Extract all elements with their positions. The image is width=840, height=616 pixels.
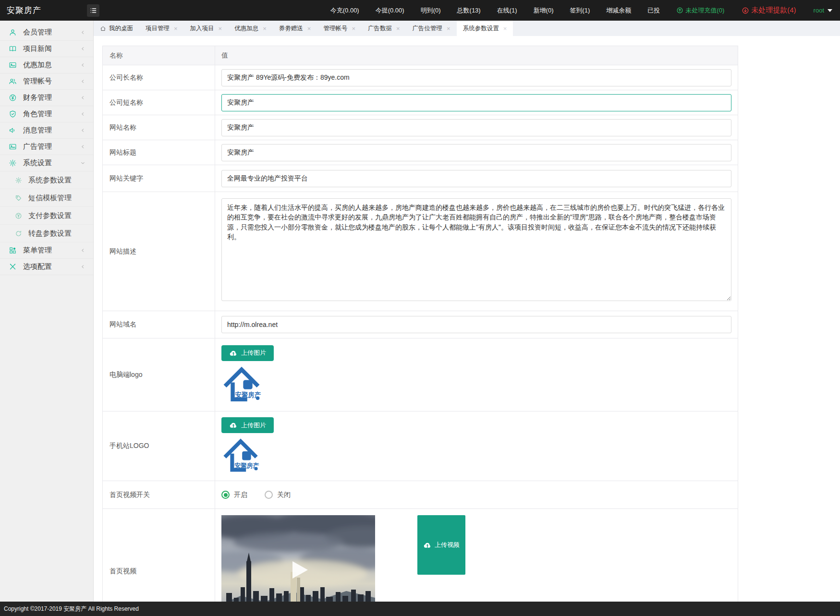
close-icon[interactable]: × [447,25,450,32]
sidebar-item-finance[interactable]: 财务管理 [0,90,93,106]
row-home-video: 首页视频 [103,509,738,616]
site-title-input[interactable] [221,144,731,161]
close-icon[interactable]: × [219,25,222,32]
tab-my-desktop[interactable]: 我的桌面 [94,21,139,36]
close-icon[interactable]: × [396,25,400,32]
row-site-name: 网站名称 [103,115,738,140]
speaker-icon [9,126,17,134]
sidebar-item-members[interactable]: 会员管理 [0,24,93,41]
close-icon[interactable]: × [307,25,311,32]
close-icon[interactable]: × [174,25,178,32]
sidebar-item-project-news[interactable]: 项目新闻 [0,41,93,57]
row-home-video-switch: 首页视频开关 开启 关闭 [103,481,738,509]
sidebar-item-options-config[interactable]: 选项配置 [0,259,93,275]
radio-unselected-icon [265,491,273,499]
sidebar-item-system-settings[interactable]: 系统设置 [0,155,93,171]
stat-total[interactable]: 总数(13) [457,6,481,15]
stat-signin[interactable]: 签到(1) [570,6,590,15]
sidebar-item-ads[interactable]: 广告管理 [0,139,93,155]
radio-selected-icon [221,491,230,499]
sidebar-item-admin-accounts[interactable]: 管理帐号 [0,73,93,90]
chevron-left-icon [80,62,86,68]
tab-discount-interest[interactable]: 优惠加息× [228,21,273,36]
upload-video-button[interactable]: 上传视频 [417,515,465,575]
list-menu-icon [89,7,97,14]
settings-table: 名称 值 公司长名称 公司短名称 网站名称 网站标题 [102,46,738,616]
tab-ad-data[interactable]: 广告数据× [362,21,406,36]
tab-project-manage[interactable]: 项目管理× [139,21,184,36]
upload-image-button[interactable]: 上传图片 [221,417,274,433]
tab-admin-accounts[interactable]: 管理帐号× [317,21,362,36]
pending-recharge-link[interactable]: 未处理充值(0) [676,6,724,15]
sidebar-subitem-sms-template[interactable]: 短信模板管理 [0,189,93,207]
sidebar-subitem-wheel-params[interactable]: 转盘参数设置 [0,225,93,242]
tag-icon [15,194,22,202]
image-icon [9,143,17,151]
company-short-name-input[interactable] [221,94,731,111]
topbar: 安聚房产 今充(0.00) 今提(0.00) 明到(0) 总数(13) 在线(1… [0,0,840,21]
site-description-textarea[interactable]: 近年来，随着人们生活水平的提高，买房的人越来越多，房地产商建造的楼盘也越来越多，… [221,198,731,301]
close-icon[interactable]: × [352,25,355,32]
chevron-left-icon [80,46,86,52]
arrow-up-circle-icon [676,7,683,14]
gear-icon [9,159,17,167]
users-icon [9,77,17,85]
stat-invested[interactable]: 已投 [647,6,660,15]
chevron-left-icon [80,78,86,85]
stat-adjust-balance[interactable]: 增减余额 [606,6,631,15]
refresh-icon [15,230,22,237]
radio-video-off[interactable]: 关闭 [265,491,291,499]
stat-online[interactable]: 在线(1) [497,6,517,15]
chevron-left-icon [80,29,86,36]
row-site-description: 网站描述 近年来，随着人们生活水平的提高，买房的人越来越多，房地产商建造的楼盘也… [103,192,738,311]
yen-circle-icon [15,212,22,219]
radio-video-on[interactable]: 开启 [221,491,247,499]
site-domain-input[interactable] [221,316,731,333]
sidebar-item-discount-interest[interactable]: 优惠加息 [0,57,93,73]
close-icon[interactable]: × [263,25,267,32]
chevron-left-icon [80,111,86,117]
tab-system-params[interactable]: 系统参数设置× [457,21,513,36]
sidebar-subitem-payment-params[interactable]: 支付参数设置 [0,207,93,225]
company-long-name-input[interactable] [221,69,731,86]
news-icon [9,45,17,53]
mobile-logo-image: 安聚房产 [221,437,260,475]
image-icon [9,61,17,69]
site-name-input[interactable] [221,119,731,136]
pending-withdraw-link[interactable]: 未处理提款(4) [742,6,796,15]
sidebar-item-menu-manage[interactable]: 菜单管理 [0,242,93,259]
brand-logo: 安聚房产 [0,5,80,16]
chevron-down-icon [80,160,86,166]
tab-coupon-gift[interactable]: 券劵赠送× [273,21,317,36]
user-icon [9,28,17,36]
stat-due-tomorrow[interactable]: 明到(0) [421,6,441,15]
sidebar-item-roles[interactable]: 角色管理 [0,106,93,122]
stat-today-recharge[interactable]: 今充(0.00) [330,6,359,15]
row-site-title: 网站标题 [103,140,738,165]
settings-page: 名称 值 公司长名称 公司短名称 网站名称 网站标题 [94,36,840,616]
stat-new[interactable]: 新增(0) [534,6,554,15]
table-header-row: 名称 值 [103,46,738,65]
chevron-left-icon [80,144,86,150]
cloud-upload-icon [229,422,238,429]
upload-image-button[interactable]: 上传图片 [221,345,274,361]
footer: Copyright ©2017-2019 安聚房产 All Rights Res… [0,602,840,616]
stat-today-withdraw[interactable]: 今提(0.00) [376,6,404,15]
user-menu[interactable]: root [814,7,832,14]
sidebar-toggle-button[interactable] [87,4,99,17]
grid-icon [9,246,17,254]
shield-check-icon [9,110,17,118]
row-site-keywords: 网站关键字 [103,165,738,192]
copyright-text: Copyright ©2017-2019 安聚房产 All Rights Res… [4,605,139,613]
chevron-left-icon [80,247,86,254]
tab-join-project[interactable]: 加入项目× [184,21,229,36]
close-icon[interactable]: × [503,25,507,32]
sidebar-item-messages[interactable]: 消息管理 [0,122,93,139]
tools-icon [9,263,17,271]
tab-ad-position[interactable]: 广告位管理× [406,21,457,36]
col-header-name: 名称 [103,46,215,65]
sidebar-subitem-system-params[interactable]: 系统参数设置 [0,171,93,189]
video-thumbnail[interactable] [221,515,375,616]
site-keywords-input[interactable] [221,170,731,187]
topbar-stats: 今充(0.00) 今提(0.00) 明到(0) 总数(13) 在线(1) 新增(… [330,6,840,15]
